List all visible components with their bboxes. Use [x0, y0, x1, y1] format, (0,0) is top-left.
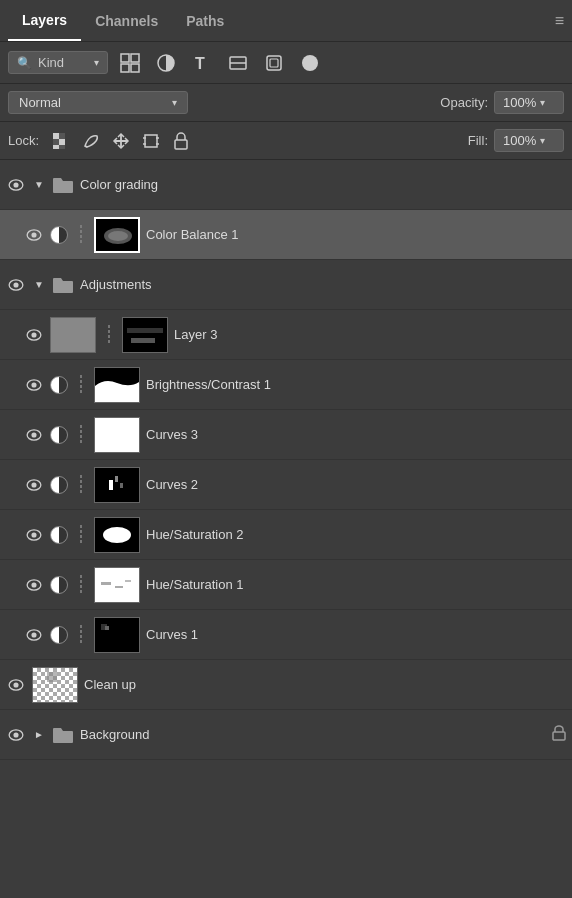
visibility-icon[interactable] [24, 475, 44, 495]
expand-icon[interactable]: ▼ [32, 278, 46, 292]
visibility-icon[interactable] [6, 725, 26, 745]
lock-image-icon[interactable] [79, 129, 103, 153]
visibility-icon[interactable] [24, 325, 44, 345]
list-item[interactable]: Layer 3 [0, 310, 572, 360]
list-item[interactable]: Hue/Saturation 1 [0, 560, 572, 610]
svg-rect-70 [553, 732, 565, 740]
layer-mask-thumbnail [94, 367, 140, 403]
layer-name: Clean up [84, 677, 566, 692]
svg-point-42 [31, 432, 36, 437]
svg-rect-43 [95, 418, 139, 452]
svg-point-67 [13, 682, 18, 687]
svg-rect-34 [123, 318, 167, 352]
list-item[interactable]: Clean up [0, 660, 572, 710]
list-item[interactable]: Brightness/Contrast 1 [0, 360, 572, 410]
svg-rect-47 [109, 480, 113, 490]
visibility-icon[interactable] [24, 375, 44, 395]
list-item[interactable]: ► Background [0, 710, 572, 760]
svg-rect-60 [125, 580, 131, 582]
blend-mode-dropdown[interactable]: Normal ▾ [8, 91, 188, 114]
chain-icon [74, 475, 88, 495]
svg-point-31 [13, 282, 18, 287]
visibility-icon[interactable] [24, 525, 44, 545]
expand-icon[interactable]: ▼ [32, 178, 46, 192]
mode-filter-icon[interactable] [296, 49, 324, 77]
svg-point-24 [13, 182, 18, 187]
visibility-icon[interactable] [6, 175, 26, 195]
list-item[interactable]: Curves 2 [0, 460, 572, 510]
kind-dropdown[interactable]: 🔍 Kind ▾ [8, 51, 108, 74]
visibility-icon[interactable] [6, 275, 26, 295]
svg-point-26 [31, 232, 36, 237]
layer-name: Hue/Saturation 1 [146, 577, 566, 592]
lock-transparent-icon[interactable] [49, 129, 73, 153]
chain-icon [102, 325, 116, 345]
pixel-filter-icon[interactable] [116, 49, 144, 77]
visibility-icon[interactable] [24, 625, 44, 645]
chain-icon [74, 575, 88, 595]
opacity-input[interactable]: 100% ▾ [494, 91, 564, 114]
expand-icon[interactable]: ► [32, 728, 46, 742]
tab-layers[interactable]: Layers [8, 0, 81, 41]
visibility-icon[interactable] [24, 225, 44, 245]
layer-name: Curves 3 [146, 427, 566, 442]
adjustment-layer-icon [50, 226, 68, 244]
layer-name: Color grading [80, 177, 566, 192]
folder-icon [52, 176, 74, 194]
kind-arrow: ▾ [94, 57, 99, 68]
layer-name: Curves 1 [146, 627, 566, 642]
svg-rect-63 [95, 618, 139, 652]
chain-icon [74, 375, 88, 395]
adjustment-filter-icon[interactable] [152, 49, 180, 77]
list-item[interactable]: Curves 3 [0, 410, 572, 460]
list-item[interactable]: Hue/Saturation 2 [0, 510, 572, 560]
list-item[interactable]: Color Balance 1 [0, 210, 572, 260]
lock-label: Lock: [8, 133, 39, 148]
layer-thumbnail [32, 667, 78, 703]
svg-rect-65 [105, 626, 109, 630]
svg-rect-22 [175, 140, 187, 149]
kind-label: Kind [38, 55, 88, 70]
svg-rect-59 [115, 586, 123, 588]
svg-point-29 [108, 231, 128, 241]
adjustment-layer-icon [50, 476, 68, 494]
layer-name: Adjustments [80, 277, 566, 292]
list-item[interactable]: ▼ Color grading [0, 160, 572, 210]
svg-rect-17 [145, 135, 157, 147]
blend-mode-arrow: ▾ [172, 97, 177, 108]
visibility-icon[interactable] [24, 425, 44, 445]
panel-menu-icon[interactable]: ≡ [555, 12, 564, 30]
chain-icon [74, 525, 88, 545]
svg-rect-12 [59, 139, 65, 145]
svg-rect-36 [131, 338, 155, 343]
lock-artboard-icon[interactable] [139, 129, 163, 153]
tab-channels[interactable]: Channels [81, 0, 172, 41]
svg-rect-14 [59, 133, 65, 139]
layer-name: Layer 3 [174, 327, 566, 342]
svg-point-54 [109, 530, 125, 540]
svg-rect-11 [53, 133, 59, 139]
tabs-header: Layers Channels Paths ≡ [0, 0, 572, 42]
shape-filter-icon[interactable] [224, 49, 252, 77]
list-item[interactable]: Curves 1 [0, 610, 572, 660]
smart-object-filter-icon[interactable] [260, 49, 288, 77]
layer-thumbnail [50, 317, 96, 353]
chain-icon [74, 225, 88, 245]
visibility-icon[interactable] [6, 675, 26, 695]
chain-icon [74, 425, 88, 445]
tab-paths[interactable]: Paths [172, 0, 238, 41]
adjustment-layer-icon [50, 576, 68, 594]
list-item[interactable]: ▼ Adjustments [0, 260, 572, 310]
fill-input[interactable]: 100% ▾ [494, 129, 564, 152]
visibility-icon[interactable] [24, 575, 44, 595]
svg-rect-40 [95, 386, 139, 402]
svg-rect-49 [120, 483, 123, 488]
folder-icon [52, 726, 74, 744]
fill-label: Fill: [468, 133, 488, 148]
type-filter-icon[interactable]: T [188, 49, 216, 77]
lock-all-icon[interactable] [169, 129, 193, 153]
layer-name: Brightness/Contrast 1 [146, 377, 566, 392]
svg-rect-8 [267, 56, 281, 70]
lock-position-icon[interactable] [109, 129, 133, 153]
svg-rect-3 [131, 64, 139, 72]
